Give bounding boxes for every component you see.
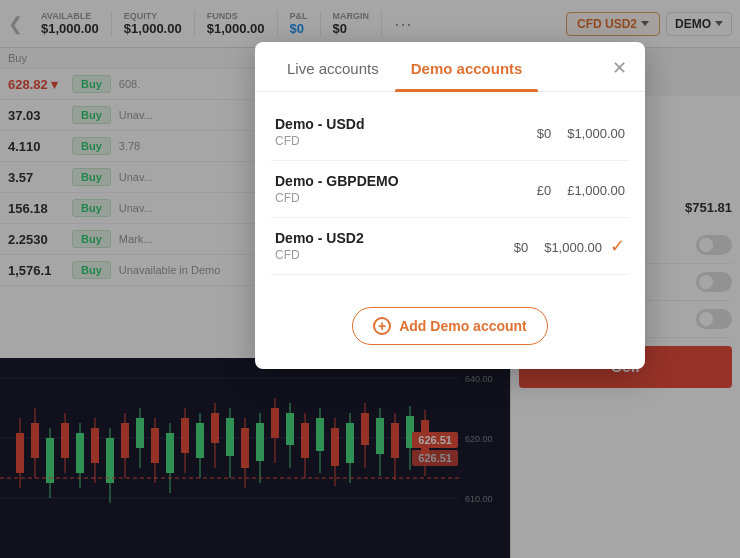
- add-button-container: + Add Demo account: [271, 291, 629, 345]
- account-row-3[interactable]: Demo - USD2 CFD $0 $1,000.00 ✓: [271, 218, 629, 275]
- account-3-info: Demo - USD2 CFD: [275, 230, 364, 262]
- account-2-amounts: £0 £1,000.00: [537, 183, 625, 198]
- accounts-modal: Live accounts Demo accounts ✕ Demo - USD…: [255, 42, 645, 369]
- modal-tabs: Live accounts Demo accounts ✕: [255, 42, 645, 92]
- account-1-type: CFD: [275, 134, 364, 148]
- tab-live-accounts[interactable]: Live accounts: [271, 42, 395, 91]
- modal-body: Demo - USDd CFD $0 $1,000.00 Demo - GBPD…: [255, 92, 645, 345]
- tab-demo-accounts[interactable]: Demo accounts: [395, 42, 539, 91]
- account-1-name: Demo - USDd: [275, 116, 364, 132]
- account-1-info: Demo - USDd CFD: [275, 116, 364, 148]
- account-1-bal1: $0: [537, 126, 551, 141]
- account-row-2-inner: Demo - GBPDEMO CFD £0 £1,000.00: [275, 173, 625, 205]
- account-2-info: Demo - GBPDEMO CFD: [275, 173, 399, 205]
- account-row-3-inner: Demo - USD2 CFD $0 $1,000.00 ✓: [275, 230, 625, 262]
- account-3-right: $0 $1,000.00 ✓: [514, 235, 625, 257]
- account-row-2[interactable]: Demo - GBPDEMO CFD £0 £1,000.00: [271, 161, 629, 218]
- account-3-type: CFD: [275, 248, 364, 262]
- account-row-1[interactable]: Demo - USDd CFD $0 $1,000.00: [271, 104, 629, 161]
- account-row-1-inner: Demo - USDd CFD $0 $1,000.00: [275, 116, 625, 148]
- account-1-amounts: $0 $1,000.00: [537, 126, 625, 141]
- account-3-bal1: $0: [514, 240, 528, 255]
- account-2-bal1: £0: [537, 183, 551, 198]
- modal-close-button[interactable]: ✕: [607, 56, 631, 80]
- tab-demo-label: Demo accounts: [411, 60, 523, 77]
- account-3-amounts: $0 $1,000.00: [514, 240, 602, 255]
- plus-circle-icon: +: [373, 317, 391, 335]
- account-3-bal2: $1,000.00: [544, 240, 602, 255]
- active-check-icon: ✓: [610, 235, 625, 257]
- add-demo-label: Add Demo account: [399, 318, 527, 334]
- account-2-type: CFD: [275, 191, 399, 205]
- account-2-name: Demo - GBPDEMO: [275, 173, 399, 189]
- account-2-bal2: £1,000.00: [567, 183, 625, 198]
- tab-live-label: Live accounts: [287, 60, 379, 77]
- account-3-name: Demo - USD2: [275, 230, 364, 246]
- add-demo-account-button[interactable]: + Add Demo account: [352, 307, 548, 345]
- account-1-bal2: $1,000.00: [567, 126, 625, 141]
